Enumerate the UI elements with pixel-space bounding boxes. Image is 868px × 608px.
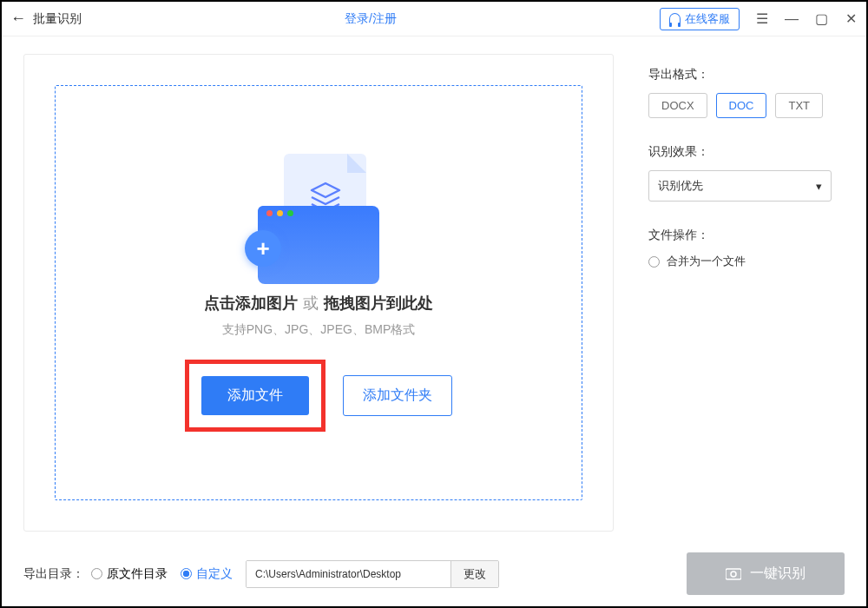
plus-icon: + — [245, 230, 281, 267]
merge-label: 合并为一个文件 — [667, 254, 746, 269]
support-button[interactable]: 在线客服 — [660, 8, 740, 30]
change-path-button[interactable]: 更改 — [450, 561, 498, 587]
add-file-button[interactable]: 添加文件 — [201, 376, 309, 415]
export-dir-label: 导出目录： — [23, 566, 84, 582]
maximize-icon[interactable]: ▢ — [814, 12, 828, 26]
file-op-label: 文件操作： — [648, 228, 832, 243]
merge-option[interactable]: 合并为一个文件 — [648, 254, 832, 269]
upload-illustration: + — [240, 154, 397, 284]
back-arrow-icon[interactable]: ← — [10, 10, 26, 28]
scan-icon — [726, 567, 741, 581]
minimize-icon[interactable]: — — [785, 12, 799, 26]
add-folder-button[interactable]: 添加文件夹 — [343, 375, 452, 416]
login-register-link[interactable]: 登录/注册 — [345, 11, 397, 27]
custom-dir-option[interactable]: 自定义 — [181, 566, 233, 582]
left-panel: + 点击添加图片或拖拽图片到此处 支持PNG、JPG、JPEG、BMP格式 添加… — [23, 54, 614, 532]
menu-icon[interactable]: ☰ — [755, 12, 769, 26]
effect-select[interactable]: 识别优先 ▾ — [648, 170, 832, 202]
path-input[interactable] — [247, 561, 450, 587]
original-dir-option[interactable]: 原文件目录 — [91, 566, 168, 582]
radio-checked-icon — [181, 568, 192, 579]
drop-subtitle: 支持PNG、JPG、JPEG、BMP格式 — [222, 322, 415, 338]
page-title: 批量识别 — [33, 11, 82, 27]
svg-rect-0 — [726, 569, 741, 579]
support-label: 在线客服 — [685, 11, 730, 27]
effect-label: 识别效果： — [648, 144, 832, 160]
radio-icon — [648, 256, 660, 268]
drop-zone[interactable]: + 点击添加图片或拖拽图片到此处 支持PNG、JPG、JPEG、BMP格式 添加… — [55, 85, 582, 500]
format-txt-button[interactable]: TXT — [775, 93, 823, 118]
format-doc-button[interactable]: DOC — [716, 93, 767, 118]
drop-title: 点击添加图片或拖拽图片到此处 — [204, 293, 433, 314]
recognize-button[interactable]: 一键识别 — [687, 552, 845, 595]
format-docx-button[interactable]: DOCX — [648, 93, 707, 118]
right-panel: 导出格式： DOCX DOC TXT 识别效果： 识别优先 ▾ 文件操作： 合并… — [614, 54, 845, 532]
radio-icon — [91, 568, 102, 579]
close-icon[interactable]: ✕ — [844, 12, 858, 26]
svg-point-1 — [731, 572, 736, 577]
chevron-down-icon: ▾ — [816, 180, 822, 193]
effect-value: 识别优先 — [658, 178, 703, 194]
headset-icon — [669, 13, 681, 24]
highlight-annotation: 添加文件 — [185, 360, 326, 432]
export-format-label: 导出格式： — [648, 67, 832, 83]
